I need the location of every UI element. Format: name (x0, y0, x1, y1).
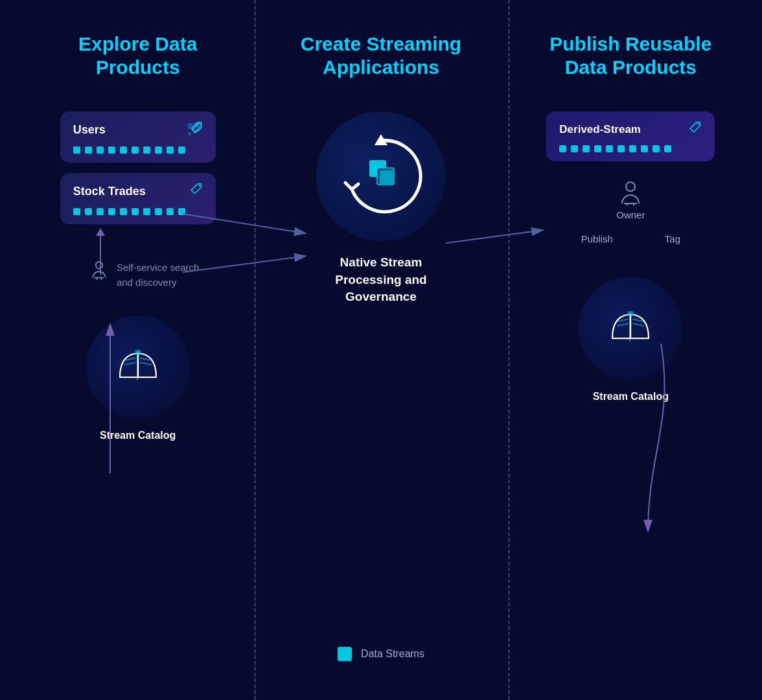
svg-line-30 (633, 323, 645, 326)
svg-rect-31 (628, 311, 634, 316)
svg-line-12 (140, 358, 150, 360)
svg-line-13 (140, 362, 152, 365)
publish-title: Publish ReusableData Products (549, 32, 711, 79)
create-title: Create StreamingApplications (301, 32, 461, 79)
main-container: Explore DataProducts Users (0, 0, 762, 700)
action-row: Publish Tag (581, 233, 680, 244)
right-book-icon (608, 309, 653, 345)
owner-label: Owner (616, 209, 645, 220)
svg-point-19 (698, 123, 700, 125)
column-publish: Publish ReusableData Products Derived-St… (500, 0, 762, 700)
publish-action-label: Publish (581, 233, 613, 244)
svg-point-0 (188, 132, 190, 135)
stock-trades-dots (73, 208, 203, 215)
up-arrow-head (96, 228, 105, 236)
svg-line-29 (633, 319, 643, 321)
column-create: Create StreamingApplications Native Stre… (262, 0, 499, 700)
stock-trades-card-title: Stock Trades (73, 185, 146, 198)
derived-stream-dots (559, 145, 702, 152)
stock-trades-card: Stock Trades (60, 173, 216, 224)
left-catalog-label: Stream Catalog (100, 430, 176, 441)
svg-point-2 (198, 185, 200, 187)
svg-point-20 (626, 182, 635, 191)
derived-stream-title: Derived-Stream (559, 123, 641, 136)
legend-text: Data Streams (361, 648, 424, 660)
right-catalog-circle (579, 277, 682, 380)
derived-stream-card: Derived-Stream (546, 111, 715, 161)
self-service-text: Self-service searchand discovery (117, 261, 200, 290)
svg-line-27 (618, 319, 629, 321)
svg-rect-18 (380, 170, 394, 185)
derived-tag-icon (684, 121, 702, 139)
users-card: Users (60, 111, 216, 163)
legend-square (338, 647, 352, 661)
left-catalog-circle (86, 316, 190, 419)
left-book-icon (115, 348, 161, 384)
column-explore: Explore DataProducts Users (0, 0, 262, 700)
svg-point-1 (198, 123, 200, 125)
users-dots (73, 146, 203, 154)
up-arrow-line (100, 236, 101, 275)
owner-person-icon (619, 181, 642, 205)
self-service-section: Self-service searchand discovery (76, 261, 200, 290)
svg-line-10 (125, 358, 135, 360)
users-tag-icon (185, 121, 203, 139)
svg-line-11 (124, 362, 136, 365)
processing-circle (316, 111, 446, 241)
users-card-title: Users (73, 123, 106, 137)
tag-action-label: Tag (665, 233, 680, 244)
processing-label: Native StreamProcessing andGovernance (335, 254, 427, 306)
svg-line-28 (617, 323, 629, 326)
owner-section: Owner (616, 181, 645, 220)
explore-title: Explore DataProducts (78, 32, 197, 79)
refresh-cycle-icon (336, 131, 426, 222)
svg-rect-14 (135, 350, 141, 355)
legend-section: Data Streams (338, 647, 424, 661)
stock-trades-tag-icon (185, 182, 203, 200)
right-catalog-label: Stream Catalog (579, 391, 682, 402)
